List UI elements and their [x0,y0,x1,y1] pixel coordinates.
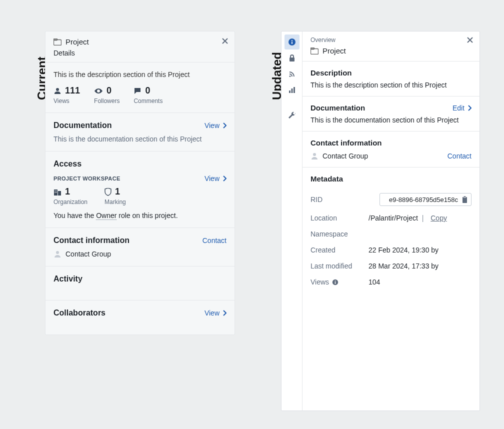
svg-rect-3 [58,191,61,196]
eye-icon [94,87,103,95]
description-text: This is the description section of this … [310,81,472,89]
documentation-edit-link[interactable]: Edit [452,104,472,112]
folder-icon [310,48,318,54]
org-label: Organization [54,198,88,206]
modified-value: 28 Mar 2024, 17:33 by [368,262,472,270]
contact-group-name: Contact Group [66,250,111,258]
meta-row-views: Views 104 [310,274,472,290]
comments-count: 0 [145,86,150,96]
contact-title: Contact information [310,138,472,147]
documentation-title: Documentation [54,121,112,130]
svg-rect-10 [292,42,292,44]
contact-link[interactable]: Contact [202,236,226,244]
svg-rect-22 [335,282,336,284]
workspace-label: PROJECT WORKSPACE [54,176,120,182]
views-count: 111 [65,86,80,96]
updated-documentation-section: Documentation Edit This is the documenta… [302,96,480,132]
folder-icon [54,38,62,46]
avatar-icon [54,250,62,258]
current-documentation-section: Documentation View This is the documenta… [46,113,234,152]
location-label: Location [310,214,368,222]
organization-icon [54,188,62,196]
side-rail [282,32,302,410]
rail-lock[interactable] [284,50,300,66]
current-panel-header: Project Details [46,32,234,62]
org-count: 1 [65,186,70,197]
rail-wrench[interactable] [284,108,300,122]
chevron-right-icon [222,122,226,128]
access-title: Access [54,160,226,168]
chevron-right-icon [222,310,226,316]
views-label: Views [310,278,329,286]
meta-row-modified: Last modified 28 Mar 2024, 17:33 by [310,258,472,274]
current-activity-section: Activity [46,266,234,300]
followers-label: Followers [94,98,120,104]
svg-point-18 [313,153,316,156]
overview-label: Overview [310,36,472,44]
created-value: 22 Feb 2024, 19:30 by [368,246,472,254]
metadata-title: Metadata [310,174,472,183]
person-icon [54,87,62,95]
documentation-text: This is the documentation section of thi… [54,135,226,143]
views-label: Views [54,98,80,104]
meta-row-rid: RID e9-8896-68795d5e158c [310,189,472,210]
close-button[interactable] [466,36,474,44]
collaborators-view-link[interactable]: View [204,309,226,317]
current-title: Project [66,38,89,46]
marking-count: 1 [115,186,120,197]
updated-contact-section: Contact information Contact Group Contac… [302,132,480,168]
role-sentence: You have the Owner role on this project. [54,212,226,220]
close-button[interactable] [222,38,228,44]
rid-value: e9-8896-68795d5e158c [384,196,458,204]
updated-panel: Overview Project Description This is the… [281,31,480,411]
shield-icon [104,188,112,196]
location-value: /Palantir/Project [368,214,418,222]
role-word: Owner [96,212,116,220]
comment-icon [134,87,142,95]
marking-label: Marking [104,198,126,206]
svg-rect-7 [56,192,57,193]
copy-location-link[interactable]: Copy [430,214,447,222]
current-panel: Project Details This is the description … [45,31,235,335]
current-subtitle: Details [54,49,226,57]
svg-rect-2 [54,190,58,196]
updated-metadata-section: Metadata RID e9-8896-68795d5e158c Locati… [302,168,480,297]
access-view-link[interactable]: View [204,174,226,182]
current-access-section: Access PROJECT WORKSPACE View 1 Organiza… [46,152,234,228]
rid-field[interactable]: e9-8896-68795d5e158c [380,193,472,206]
contact-link[interactable]: Contact [448,152,472,160]
meta-row-created: Created 22 Feb 2024, 19:30 by [310,242,472,258]
followers-count: 0 [106,86,112,96]
stat-marking: 1 Marking [104,186,126,206]
created-label: Created [310,246,368,254]
current-collaborators-section: Collaborators View [46,300,234,334]
contact-title: Contact information [54,236,130,245]
current-description-text: This is the description section of this … [54,70,226,78]
current-contact-section: Contact information Contact Contact Grou… [46,228,234,266]
svg-rect-13 [289,90,290,93]
svg-rect-15 [294,87,295,93]
svg-rect-23 [335,280,336,282]
rail-chart[interactable] [284,82,300,98]
updated-header: Overview Project [302,32,480,62]
svg-point-8 [56,251,59,254]
rail-feed[interactable] [284,66,300,82]
description-title: Description [310,68,472,77]
activity-title: Activity [54,274,226,284]
svg-rect-0 [54,40,62,45]
svg-rect-6 [55,192,56,193]
clipboard-icon[interactable] [461,196,468,204]
svg-rect-14 [291,88,292,93]
rail-info[interactable] [284,34,300,50]
stat-views: 111 Views [54,86,80,104]
chevron-right-icon [222,176,226,182]
current-description-section: This is the description section of this … [46,62,234,113]
views-value: 104 [368,278,472,286]
updated-title: Project [322,46,346,55]
meta-row-namespace: Namespace [310,226,472,242]
svg-rect-19 [462,197,467,203]
stat-followers: 0 Followers [94,86,120,104]
documentation-view-link[interactable]: View [204,122,226,130]
stat-organization: 1 Organization [54,186,88,206]
svg-rect-16 [311,48,318,54]
